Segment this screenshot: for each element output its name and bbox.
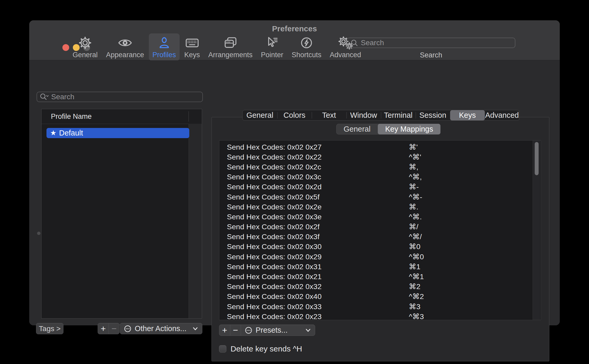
- mapping-shortcut: ^⌘2: [409, 292, 424, 301]
- minus-icon: −: [111, 324, 117, 334]
- profile-name-column-header: Profile Name: [51, 113, 92, 121]
- tab-session[interactable]: Session: [416, 110, 450, 120]
- toolbar-search-placeholder: Search: [361, 39, 384, 47]
- toolbar-search-field[interactable]: Search: [347, 38, 515, 48]
- mapping-shortcut: ⌘': [409, 143, 418, 151]
- scrollbar-track[interactable]: [533, 140, 540, 320]
- mapping-shortcut: ^⌘': [409, 153, 421, 161]
- key-mapping-row[interactable]: Send Hex Codes: 0x02 0x2c ⌘,: [219, 162, 541, 172]
- mapping-action: Send Hex Codes: 0x02 0x40: [227, 292, 409, 301]
- titlebar: Preferences General: [29, 20, 560, 60]
- other-actions-label: Other Actions...: [135, 324, 186, 333]
- toolbar-item-arrangements[interactable]: Arrangements: [205, 33, 256, 61]
- remove-profile-button[interactable]: −: [109, 323, 119, 334]
- profiles-table-header[interactable]: Profile Name: [42, 109, 202, 124]
- tab-general[interactable]: General: [243, 110, 277, 120]
- mapping-shortcut: ⌘2: [409, 282, 420, 291]
- key-mappings-list[interactable]: Send Hex Codes: 0x02 0x27 ⌘' Send Hex Co…: [219, 140, 541, 320]
- add-profile-button[interactable]: +: [98, 323, 109, 334]
- key-mapping-row[interactable]: Send Hex Codes: 0x02 0x3f ^⌘/: [219, 232, 541, 242]
- remove-mapping-button[interactable]: −: [230, 325, 241, 336]
- mapping-shortcut: ⌘1: [409, 262, 420, 271]
- add-mapping-button[interactable]: +: [219, 325, 230, 336]
- profiles-table-scroll-gutter[interactable]: [189, 124, 202, 318]
- eye-icon: [117, 36, 133, 50]
- tab-label: Session: [419, 111, 446, 120]
- mapping-shortcut: ⌘.: [409, 203, 418, 211]
- toolbar-item-label: Pointer: [261, 51, 283, 59]
- search-icon: [350, 39, 358, 47]
- bolt-circle-icon: [300, 36, 313, 50]
- tab-label: Text: [322, 111, 336, 120]
- key-mapping-row[interactable]: Send Hex Codes: 0x02 0x2d ⌘-: [219, 182, 541, 192]
- profiles-table: Profile Name ★ Default: [41, 109, 202, 319]
- toolbar: General Appearance: [69, 33, 365, 61]
- key-mapping-row[interactable]: Send Hex Codes: 0x02 0x5f ^⌘-: [219, 192, 541, 202]
- key-mapping-row[interactable]: Send Hex Codes: 0x02 0x3e ^⌘.: [219, 212, 541, 222]
- delete-key-row: Delete key sends ^H: [219, 344, 302, 353]
- toolbar-item-label: Shortcuts: [292, 51, 321, 59]
- tab-text[interactable]: Text: [312, 110, 346, 120]
- key-mapping-row[interactable]: Send Hex Codes: 0x02 0x32 ⌘2: [219, 282, 541, 292]
- preferences-window: Preferences General: [29, 20, 560, 325]
- profile-search-field[interactable]: Search: [37, 92, 203, 102]
- mapping-shortcut: ⌘3: [409, 302, 420, 311]
- delete-key-checkbox[interactable]: [219, 345, 226, 353]
- tab-terminal[interactable]: Terminal: [381, 110, 416, 120]
- mapping-shortcut: ^⌘-: [409, 193, 422, 201]
- toolbar-item-shortcuts[interactable]: Shortcuts: [288, 33, 325, 61]
- key-mapping-row[interactable]: Send Hex Codes: 0x02 0x2f ⌘/: [219, 222, 541, 232]
- mapping-shortcut: ⌘,: [409, 163, 418, 171]
- subtab-key-mappings[interactable]: Key Mappings: [378, 124, 440, 134]
- mapping-action: Send Hex Codes: 0x02 0x29: [227, 253, 409, 261]
- key-mapping-row[interactable]: Send Hex Codes: 0x02 0x27 ⌘': [219, 142, 541, 152]
- toolbar-item-pointer[interactable]: Pointer: [257, 33, 287, 61]
- toolbar-item-general[interactable]: General: [69, 33, 101, 61]
- column-divider[interactable]: [189, 111, 189, 122]
- mapping-shortcut: ^⌘3: [409, 312, 424, 320]
- key-mapping-row[interactable]: Send Hex Codes: 0x02 0x30 ⌘0: [219, 242, 541, 252]
- circle-ellipsis-icon: [245, 326, 252, 334]
- delete-key-label: Delete key sends ^H: [231, 344, 302, 353]
- tab-label: Advanced: [485, 111, 519, 120]
- toolbar-item-appearance[interactable]: Appearance: [102, 33, 148, 61]
- key-mapping-row[interactable]: Send Hex Codes: 0x02 0x29 ^⌘0: [219, 252, 541, 262]
- tab-keys[interactable]: Keys: [450, 110, 485, 120]
- star-icon: ★: [50, 130, 56, 137]
- subtab-general[interactable]: General: [336, 124, 378, 134]
- key-mapping-row[interactable]: Send Hex Codes: 0x02 0x33 ⌘3: [219, 302, 541, 312]
- key-mapping-row[interactable]: Send Hex Codes: 0x02 0x2e ⌘.: [219, 202, 541, 212]
- profile-add-remove-group: + −: [98, 323, 120, 334]
- windows-icon: [223, 36, 238, 50]
- close-window-button[interactable]: [62, 44, 69, 51]
- toolbar-item-profiles[interactable]: Profiles: [149, 33, 180, 61]
- tab-label: Colors: [284, 111, 305, 120]
- key-mapping-row[interactable]: Send Hex Codes: 0x02 0x21 ^⌘1: [219, 272, 541, 281]
- presets-dropdown[interactable]: Presets...: [241, 325, 315, 336]
- mapping-action: Send Hex Codes: 0x02 0x33: [227, 302, 409, 311]
- tab-window[interactable]: Window: [346, 110, 381, 120]
- key-mapping-row[interactable]: Send Hex Codes: 0x02 0x22 ^⌘': [219, 152, 541, 162]
- mapping-action: Send Hex Codes: 0x02 0x3c: [227, 173, 409, 181]
- subtab-label: General: [344, 125, 370, 133]
- toolbar-item-keys[interactable]: Keys: [181, 33, 204, 61]
- scrollbar-thumb[interactable]: [535, 142, 539, 175]
- tab-colors[interactable]: Colors: [277, 110, 312, 120]
- other-actions-dropdown[interactable]: Other Actions...: [120, 323, 202, 334]
- tab-advanced[interactable]: Advanced: [485, 110, 520, 120]
- subtab-label: Key Mappings: [385, 125, 433, 133]
- tags-button[interactable]: Tags >: [36, 323, 63, 334]
- mapping-shortcut: ⌘-: [409, 183, 419, 191]
- mapping-shortcut: ⌘0: [409, 242, 420, 251]
- key-mapping-row[interactable]: Send Hex Codes: 0x02 0x40 ^⌘2: [219, 292, 541, 302]
- panel-resize-dot[interactable]: [37, 232, 40, 235]
- tags-button-label: Tags >: [39, 325, 61, 333]
- key-mapping-row[interactable]: Send Hex Codes: 0x02 0x31 ⌘1: [219, 262, 541, 272]
- keyboard-icon: [185, 36, 200, 50]
- window-title: Preferences: [29, 24, 560, 33]
- key-mapping-row[interactable]: Send Hex Codes: 0x02 0x3c ^⌘,: [219, 172, 541, 182]
- profile-row-default[interactable]: ★ Default: [46, 128, 189, 138]
- mapping-shortcut: ^⌘0: [409, 253, 424, 261]
- key-mapping-row[interactable]: Send Hex Codes: 0x02 0x23 ^⌘3: [219, 312, 541, 320]
- mapping-action: Send Hex Codes: 0x02 0x3e: [227, 213, 409, 221]
